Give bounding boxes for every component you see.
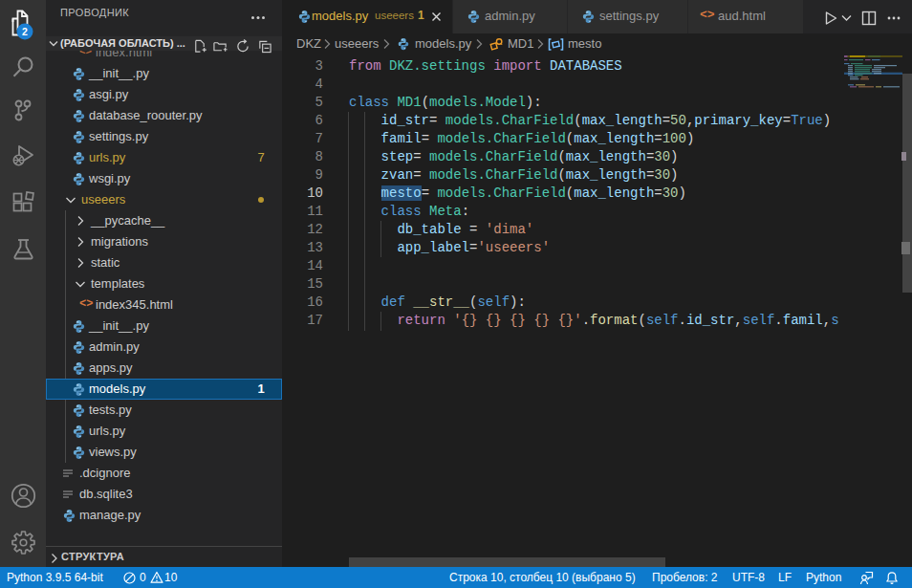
- svg-text:2: 2: [22, 26, 28, 37]
